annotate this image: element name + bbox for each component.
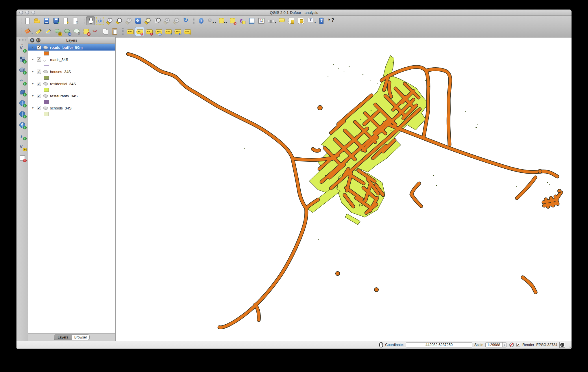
layer-expand-icon[interactable]: ▼ (32, 58, 34, 61)
map-tips[interactable] (278, 16, 286, 25)
layer-checkbox[interactable]: ✓ (37, 82, 41, 86)
add-feature[interactable]: ✱ (53, 27, 62, 36)
panel-float-icon[interactable]: ❐ (36, 38, 40, 42)
new-shapefile-layer[interactable]: ✱ (18, 143, 27, 151)
select-features[interactable]: ▾ (217, 16, 228, 25)
add-postgis-layer[interactable]: + (18, 66, 27, 75)
show-hide-labels[interactable]: abc (154, 27, 163, 36)
new-bookmark[interactable] (287, 16, 296, 25)
zoom-to-layer[interactable] (153, 16, 162, 25)
composer-manager[interactable] (71, 16, 79, 25)
identify-features[interactable] (197, 16, 206, 25)
measure[interactable]: ▾ (267, 16, 277, 25)
zoom-out[interactable]: − (115, 16, 123, 25)
tab-layers[interactable]: Layers (54, 334, 72, 340)
stop-rendering-icon[interactable] (509, 342, 514, 348)
layer-checkbox[interactable]: ✓ (37, 57, 41, 62)
panel-close-icon[interactable]: ✕ (30, 38, 34, 42)
help-contents[interactable] (317, 16, 326, 25)
highlight-pinned-labels[interactable]: ab (145, 27, 154, 36)
layer-item-restaurants_34S[interactable]: ▼✓restaurants_34S (28, 93, 115, 99)
refresh-map[interactable] (182, 16, 190, 25)
layer-expand-icon[interactable]: ▼ (32, 70, 34, 73)
layer-expand-icon[interactable]: ▼ (32, 46, 34, 49)
layer-checkbox[interactable]: ✓ (37, 45, 41, 50)
zoom-window-button[interactable] (32, 11, 35, 14)
remove-layer[interactable]: − (18, 154, 27, 162)
toolbar-drag-handle[interactable] (193, 17, 195, 24)
add-vector-layer[interactable]: + (18, 44, 27, 53)
close-window-button[interactable] (19, 11, 23, 14)
text-annotation[interactable]: ▾ (306, 16, 316, 25)
toggle-editing[interactable] (34, 27, 43, 36)
new-print-composer[interactable] (61, 16, 70, 25)
layer-item-schools_34S[interactable]: ▼✓schools_34S (28, 105, 115, 111)
change-label-properties[interactable]: abc✎ (183, 27, 192, 36)
layer-item-residential_34S[interactable]: ▼✓residential_34S (28, 81, 115, 87)
layer-item-roads_buffer_50m[interactable]: ▼✓roads_buffer_50m (28, 44, 115, 51)
map-canvas[interactable] (116, 37, 572, 341)
scale-combo[interactable]: 1:29988 ▼ (485, 342, 506, 347)
cut-features[interactable] (91, 27, 100, 36)
layer-checkbox[interactable]: ✓ (37, 70, 41, 74)
current-edits[interactable]: ▾ (23, 27, 33, 36)
node-tool[interactable] (72, 27, 81, 36)
layer-expand-icon[interactable]: ▼ (32, 107, 34, 109)
save-project[interactable] (42, 16, 51, 25)
layer-checkbox[interactable]: ✓ (37, 94, 41, 98)
whats-this[interactable] (327, 16, 335, 25)
move-feature[interactable]: ➜ (63, 27, 71, 36)
toolbar-drag-handle[interactable] (19, 39, 26, 41)
measure-dropdown-icon[interactable]: ▾ (275, 21, 276, 24)
toolbar-drag-handle[interactable] (19, 17, 21, 24)
add-wms-layer[interactable]: + (18, 99, 27, 107)
layer-expand-icon[interactable]: ▼ (32, 82, 34, 85)
move-label[interactable]: abc➜ (164, 27, 173, 36)
scale-value[interactable]: 1:29988 (486, 343, 502, 347)
layers-panel: ✕ ❐ Layers ▼✓roads_buffer_50m▼✓roads_34S… (28, 37, 116, 341)
zoom-in[interactable]: + (105, 16, 114, 25)
title-bar[interactable]: QGIS 2.0.1-Dufour - analysis (16, 10, 572, 16)
show-bookmarks[interactable] (297, 16, 305, 25)
current-edits-dropdown-icon[interactable]: ▾ (32, 32, 33, 35)
layer-item-roads_34S[interactable]: ▼✓roads_34S (28, 56, 115, 63)
add-raster-layer[interactable]: + (18, 55, 27, 64)
labeling[interactable]: abc (126, 27, 134, 36)
tab-browser[interactable]: Browser (72, 334, 90, 340)
delete-selected[interactable]: ✕ (82, 27, 90, 36)
open-attribute-table[interactable] (247, 16, 256, 25)
field-calculator[interactable] (257, 16, 266, 25)
layer-checkbox[interactable]: ✓ (37, 106, 41, 110)
pin-unpin-labels[interactable]: ab (135, 27, 144, 36)
render-checkbox[interactable]: ✓ (516, 343, 520, 347)
new-project[interactable] (23, 16, 32, 25)
add-wcs-layer[interactable]: + (18, 110, 27, 118)
add-wfs-layer[interactable]: + (18, 121, 27, 129)
toolbar-drag-handle[interactable] (19, 28, 21, 35)
pan-map[interactable] (86, 16, 95, 25)
layer-item-houses_34S[interactable]: ▼✓houses_34S (28, 68, 115, 75)
coordinate-input[interactable]: 442032,6237250 (406, 342, 472, 347)
add-spatialite-layer[interactable]: + (18, 77, 27, 85)
run-feature-action[interactable]: ▾ (206, 16, 217, 25)
add-mssql-layer[interactable]: + (18, 88, 27, 96)
text-annotation-dropdown-icon[interactable]: ▾ (315, 21, 316, 24)
open-project[interactable] (33, 16, 41, 25)
save-project-as[interactable] (52, 16, 60, 25)
layer-expand-icon[interactable]: ▼ (32, 94, 34, 97)
copy-features[interactable] (101, 27, 110, 36)
deselect-features[interactable] (228, 16, 237, 25)
zoom-to-selection[interactable] (143, 16, 152, 25)
minimize-window-button[interactable] (25, 11, 29, 14)
save-layer-edits[interactable] (44, 27, 52, 36)
scale-dropdown-icon[interactable]: ▼ (502, 343, 506, 347)
select-by-expression[interactable] (238, 16, 247, 25)
paste-features[interactable] (110, 27, 119, 36)
add-delimited-text-layer[interactable]: + (18, 132, 27, 140)
zoom-full[interactable] (134, 16, 143, 25)
crs-status-icon[interactable] (559, 342, 565, 348)
pan-to-selection[interactable] (96, 16, 104, 25)
toolbar-drag-handle[interactable] (122, 28, 124, 35)
rotate-label[interactable]: abc↻ (173, 27, 182, 36)
toolbar-drag-handle[interactable] (82, 17, 84, 24)
